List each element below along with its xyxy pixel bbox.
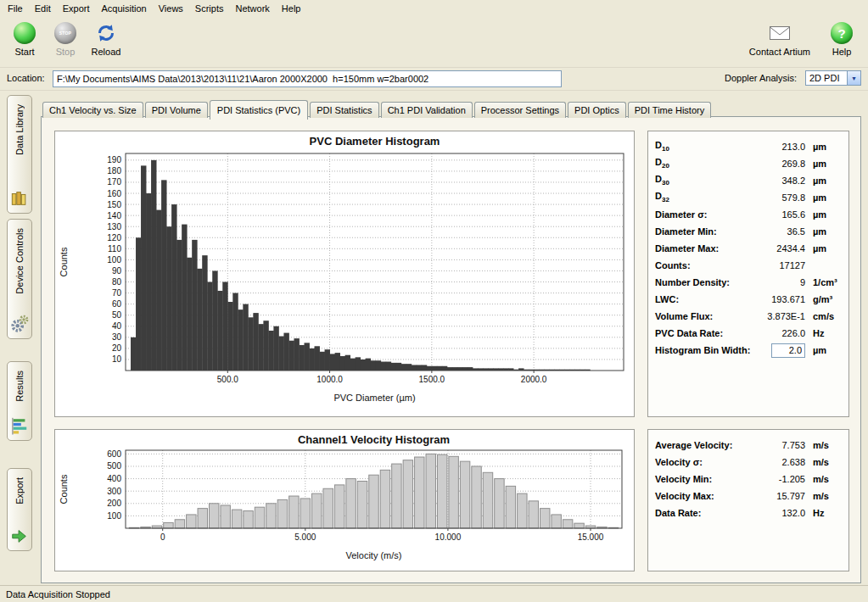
stat-row: Histogram Bin Width:µm — [648, 342, 848, 359]
tab-pdi-statistics-pvc-[interactable]: PDI Statistics (PVC) — [210, 100, 308, 120]
stat-value: 9 — [756, 277, 805, 287]
sidebar-item-label: Export — [14, 477, 25, 504]
stat-value: 3.873E-1 — [756, 311, 805, 321]
menu-help[interactable]: Help — [276, 2, 307, 15]
doppler-analysis-label: Doppler Analysis: — [725, 73, 797, 83]
svg-text:200: 200 — [107, 499, 121, 508]
stat-label: Diameter Min: — [655, 226, 756, 237]
bar-chart-icon — [10, 416, 29, 435]
sidebar-item-export[interactable]: Export — [7, 468, 32, 551]
menu-views[interactable]: Views — [153, 2, 189, 15]
velocity-stats-list: Average Velocity:7.753m/sVelocity σ:2.63… — [648, 430, 848, 521]
svg-text:20: 20 — [112, 343, 122, 353]
stat-unit: µm — [805, 226, 843, 237]
stop-sphere-icon: STOP — [54, 22, 76, 44]
stat-unit: m/s — [805, 457, 843, 467]
svg-text:400: 400 — [107, 474, 121, 483]
doppler-analysis-dropdown[interactable]: 2D PDI ▼ — [805, 70, 861, 86]
svg-text:10.000: 10.000 — [435, 532, 462, 542]
tab-pdi-time-history[interactable]: PDI Time History — [628, 102, 712, 118]
sidebar-item-label: Data Library — [14, 104, 25, 155]
sidebar-item-label: Device Controls — [14, 228, 25, 294]
stat-unit: µm — [805, 192, 843, 203]
svg-text:70: 70 — [112, 288, 122, 298]
sidebar-item-data-library[interactable]: Data Library — [7, 95, 32, 214]
svg-text:170: 170 — [107, 177, 121, 187]
tool-button-label: Contact Artium — [749, 47, 810, 57]
tab-ch1-pdi-validation[interactable]: Ch1 PDI Validation — [381, 102, 473, 118]
help-sphere-icon: ? — [831, 22, 853, 44]
svg-text:120: 120 — [107, 233, 121, 242]
content-area: 1020304050607080901001101201301401501601… — [41, 116, 861, 583]
svg-text:Counts: Counts — [59, 247, 69, 276]
start-button[interactable]: Start — [7, 22, 42, 57]
svg-text:110: 110 — [108, 244, 121, 254]
diameter-stats-list: D10213.0µmD20269.8µmD30348.2µmD32579.8µm… — [648, 131, 848, 359]
tab-ch1-velocity-vs-size[interactable]: Ch1 Velocity vs. Size — [42, 102, 143, 118]
location-row: Location: Doppler Analysis: 2D PDI ▼ — [0, 68, 868, 91]
stat-label: Data Rate: — [655, 508, 756, 518]
stat-value: 2.638 — [756, 457, 805, 467]
tab-pdi-statistics[interactable]: PDI Statistics — [310, 102, 378, 118]
stat-value: 348.2 — [756, 176, 805, 186]
tab-pdi-volume[interactable]: PDI Volume — [145, 102, 208, 118]
stat-label: Histogram Bin Width: — [655, 345, 756, 355]
svg-text:190: 190 — [107, 155, 121, 164]
sidebar-item-results[interactable]: Results — [7, 361, 32, 441]
stat-label: Diameter Max: — [655, 243, 756, 254]
help-button[interactable]: ?Help — [824, 22, 860, 57]
tool-button-label: Start — [14, 47, 34, 57]
stat-label: Velocity Max: — [655, 491, 756, 501]
svg-text:15.000: 15.000 — [578, 532, 604, 542]
chevron-down-icon[interactable]: ▼ — [847, 71, 860, 85]
svg-text:150: 150 — [107, 200, 121, 209]
reload-button[interactable]: Reload — [88, 22, 124, 57]
menu-edit[interactable]: Edit — [29, 2, 57, 15]
stat-row: Diameter Max:2434.4µm — [648, 240, 848, 257]
stat-row: LWC:193.671g/m³ — [648, 291, 848, 308]
stat-unit: m/s — [805, 491, 843, 501]
histogram-bin-width-input[interactable] — [771, 343, 805, 358]
stat-unit: µm — [805, 142, 843, 152]
stat-unit: Hz — [805, 328, 843, 338]
stat-row: D32579.8µm — [648, 189, 848, 206]
stat-label: D20 — [655, 157, 756, 170]
stat-unit: µm — [805, 243, 843, 254]
menu-export[interactable]: Export — [57, 2, 96, 15]
menu-scripts[interactable]: Scripts — [189, 2, 230, 15]
stat-label: Velocity σ: — [655, 457, 756, 467]
reload-arrows-icon — [95, 22, 117, 44]
export-arrow-icon — [10, 527, 29, 545]
doppler-analysis-value: 2D PDI — [806, 73, 847, 83]
menu-acquisition[interactable]: Acquisition — [96, 2, 153, 15]
stat-row: Velocity σ:2.638m/s — [648, 454, 848, 471]
tab-processor-settings[interactable]: Processor Settings — [474, 102, 566, 118]
stat-row: Diameter Min:36.5µm — [648, 223, 848, 240]
svg-text:600: 600 — [107, 449, 121, 459]
svg-text:180: 180 — [107, 166, 121, 176]
svg-text:500: 500 — [107, 461, 121, 471]
svg-text:PVC Diameter (µm): PVC Diameter (µm) — [333, 393, 415, 403]
menu-file[interactable]: File — [2, 2, 29, 15]
aims-application-window: FileEditExportAcquisitionViewsScriptsNet… — [0, 0, 868, 602]
stat-row: Diameter σ:165.6µm — [648, 206, 848, 223]
stat-value: 15.797 — [756, 491, 805, 501]
tab-pdi-optics[interactable]: PDI Optics — [568, 102, 626, 118]
svg-text:140: 140 — [107, 211, 121, 220]
stat-value: 2434.4 — [756, 243, 805, 254]
stat-label: PVC Data Rate: — [655, 328, 756, 338]
stat-unit: µm — [805, 345, 843, 355]
svg-text:1000.0: 1000.0 — [316, 375, 343, 384]
stat-label: D32 — [655, 191, 756, 203]
svg-text:130: 130 — [107, 222, 121, 231]
location-path-input[interactable] — [53, 70, 562, 87]
stat-unit: Hz — [805, 508, 843, 518]
sidebar-item-device-controls[interactable]: Device Controls — [7, 219, 32, 339]
stat-row: Average Velocity:7.753m/s — [648, 437, 848, 454]
stat-label: Average Velocity: — [655, 440, 756, 450]
contact-artium-button[interactable]: Contact Artium — [749, 22, 810, 57]
menu-network[interactable]: Network — [229, 2, 275, 15]
stop-button: STOPStop — [48, 22, 83, 57]
pvc-diameter-histogram: 1020304050607080901001101201301401501601… — [55, 131, 634, 416]
stat-label: D30 — [655, 174, 756, 187]
